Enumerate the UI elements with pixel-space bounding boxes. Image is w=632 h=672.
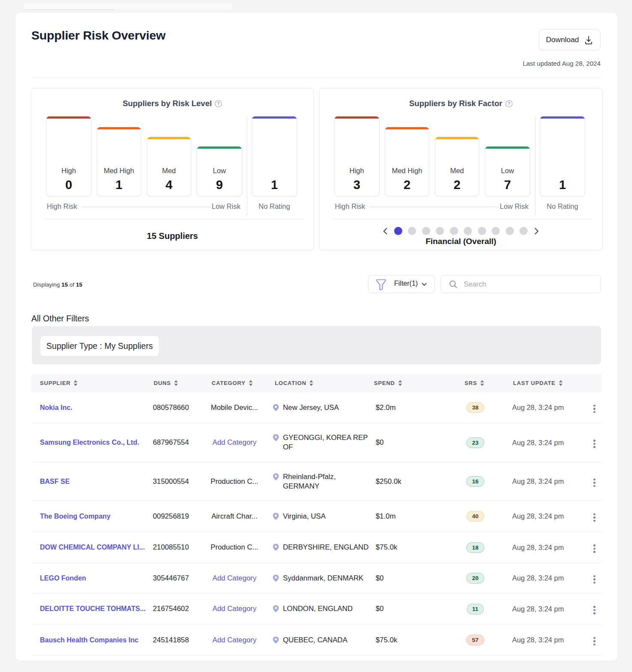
svg-text:?: ? — [217, 101, 220, 106]
svg-text:?: ? — [507, 101, 510, 106]
